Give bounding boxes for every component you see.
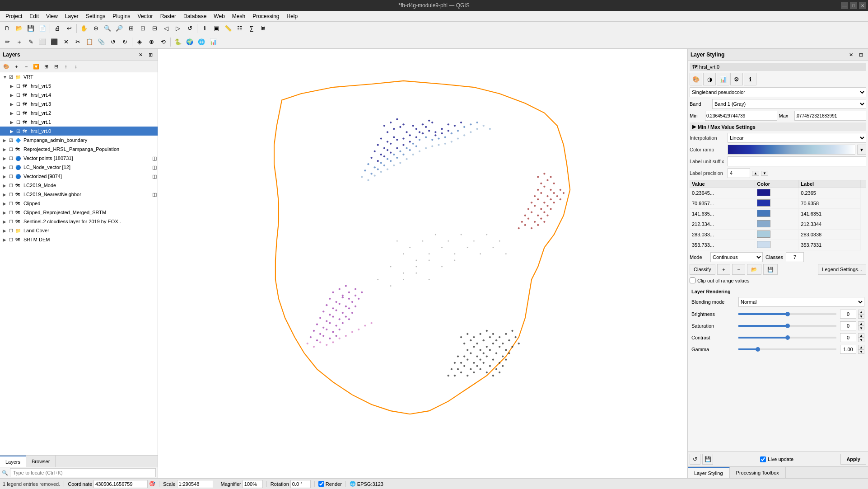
color-row-5-value[interactable]: 283.033... [690,230,755,240]
scale-input[interactable] [177,480,213,488]
plugin4-button[interactable]: 📊 [208,37,219,47]
menu-project[interactable]: Project [2,12,26,20]
field-calc-button[interactable]: 🖩 [258,23,269,34]
close-button[interactable]: ✕ [859,2,866,9]
contrast-value-input[interactable] [840,333,856,342]
lc2019-mode-checkbox[interactable]: ☐ [9,183,15,188]
float-styling-panel-button[interactable]: ⊞ [856,50,865,59]
remove-class-button[interactable]: － [732,264,745,275]
measure-button[interactable]: 📏 [223,23,233,34]
rotate-button[interactable]: ⟲ [158,37,168,47]
hrsl2-expand-icon[interactable]: ▶ [10,111,16,116]
apply-button[interactable]: Apply [840,454,866,465]
tree-item-vrt[interactable]: ▼ ☑ 📁 VRT [0,72,158,81]
saturation-up-button[interactable]: ▲ [858,321,864,326]
min-input[interactable] [705,111,777,121]
clipped-reprojected-expand-icon[interactable]: ▶ [3,210,9,215]
sentinel-checkbox[interactable]: ☐ [9,219,15,224]
hrsl1-expand-icon[interactable]: ▶ [10,120,16,125]
filter-layer-button[interactable]: 🔽 [32,62,41,71]
lc-node-expand-icon[interactable]: ▶ [3,165,9,170]
menu-mesh[interactable]: Mesh [229,12,249,20]
menu-web[interactable]: Web [210,12,228,20]
color-row-6-value[interactable]: 353.733... [690,240,755,250]
tree-item-hrsl4[interactable]: ▶ ☐ 🗺 hrsl_vrt.4 [0,90,158,99]
gamma-value-input[interactable] [840,345,856,354]
srtm-expand-icon[interactable]: ▶ [3,237,9,242]
contrast-slider[interactable] [738,337,836,339]
select-button[interactable]: ▣ [211,23,222,34]
undo-button[interactable]: ↩ [64,23,75,34]
hrsl3-expand-icon[interactable]: ▶ [10,102,16,107]
menu-layer[interactable]: Layer [61,12,82,20]
menu-view[interactable]: View [42,12,61,20]
hrsl5-expand-icon[interactable]: ▶ [10,84,16,89]
hrsl0-expand-icon[interactable]: ▶ [10,129,16,134]
tree-item-hrsl5[interactable]: ▶ ☐ 🗺 hrsl_vrt.5 [0,81,158,90]
tree-item-lc-node[interactable]: ▶ ☐ 🔵 LC_Node_vector [12] ◫ [0,163,158,172]
saturation-value-input[interactable] [840,321,856,330]
save-project-button[interactable]: 💾 [25,23,36,34]
vrt-checkbox[interactable]: ☑ [9,75,15,80]
tree-item-hrsl3[interactable]: ▶ ☐ 🗺 hrsl_vrt.3 [0,99,158,108]
brightness-down-button[interactable]: ▼ [858,314,864,319]
collapse-all-button[interactable]: ⊟ [51,62,61,71]
saturation-down-button[interactable]: ▼ [858,326,864,330]
pan-to-selection-button[interactable]: ⊕ [90,23,101,34]
expand-all-button[interactable]: ⊞ [42,62,51,71]
epsg-value[interactable]: EPSG:3123 [357,481,383,487]
brightness-up-button[interactable]: ▲ [858,310,864,314]
tree-item-lc2019-nearest[interactable]: ▶ ☐ 🗺 LC2019_NearestNeighbor ◫ [0,190,158,199]
pampanga-checkbox[interactable]: ☑ [9,138,15,143]
hrsl0-checkbox[interactable]: ☑ [16,129,23,134]
rendering-button[interactable]: ⚙ [730,73,743,85]
digitize-button[interactable]: ✏ [2,37,13,47]
revert-button[interactable]: ↺ [690,454,700,465]
locate-input[interactable] [10,468,156,477]
color-row-1-label[interactable]: 0.2365 [799,188,861,198]
maximize-button[interactable]: □ [850,2,857,9]
paste-features-button[interactable]: 📎 [96,37,107,47]
sentinel-expand-icon[interactable]: ▶ [3,219,9,224]
close-styling-panel-button[interactable]: ✕ [846,50,855,59]
rotation-input[interactable] [290,480,311,488]
classes-input[interactable] [786,252,804,262]
invert-color-button[interactable]: Legend Settings... [818,264,866,275]
lc2019-nearest-expand-icon[interactable]: ▶ [3,192,9,197]
live-update-checkbox[interactable] [760,456,766,462]
save-as-button[interactable]: 📄 [37,23,48,34]
zoom-full-button[interactable]: ⊞ [126,23,136,34]
float-layers-panel-button[interactable]: ⊞ [146,50,155,59]
undo-edit-button[interactable]: ↺ [107,37,118,47]
reprojected-expand-icon[interactable]: ▶ [3,147,9,152]
add-layer-button[interactable]: ＋ [12,62,21,71]
zoom-last-button[interactable]: ◁ [161,23,172,34]
color-row-6-label[interactable]: 353.7331 [799,240,861,250]
menu-help[interactable]: Help [283,12,302,20]
identify-button[interactable]: ℹ [199,23,210,34]
pampanga-expand-icon[interactable]: ▶ [3,138,9,143]
menu-processing[interactable]: Processing [249,12,283,20]
contrast-down-button[interactable]: ▼ [858,338,864,342]
move-up-button[interactable]: ↑ [61,62,70,71]
minmax-section-header[interactable]: ▶ Min / Max Value Settings [690,122,866,131]
label-unit-suffix-input[interactable] [728,156,866,166]
export-color-map-button[interactable]: 💾 [763,264,778,275]
zoom-next-button[interactable]: ▷ [173,23,183,34]
symbology-button[interactable]: 🎨 [690,73,702,85]
menu-plugins[interactable]: Plugins [109,12,134,20]
render-checkbox[interactable] [318,481,324,487]
mode-select[interactable]: Continuous Equal Interval Quantile Stand… [710,252,763,262]
tree-item-land-cover[interactable]: ▶ ☐ 📁 Land Cover [0,226,158,235]
color-row-3-value[interactable]: 141.635... [690,209,755,219]
land-cover-expand-icon[interactable]: ▶ [3,228,9,233]
vertex-edit-button[interactable]: ◈ [134,37,145,47]
open-layer-styling-button[interactable]: 🎨 [2,62,11,71]
deselect-button[interactable]: ⬛ [49,37,60,47]
refresh-button[interactable]: ↺ [184,23,195,34]
minimize-button[interactable]: — [841,2,848,9]
edit-mode-button[interactable]: ✎ [25,37,36,47]
precision-down-button[interactable]: ▼ [761,171,768,176]
classify-button[interactable]: Classify [690,264,715,275]
tree-item-hrsl0[interactable]: ▶ ☑ 🗺 hrsl_vrt.0 [0,127,158,136]
